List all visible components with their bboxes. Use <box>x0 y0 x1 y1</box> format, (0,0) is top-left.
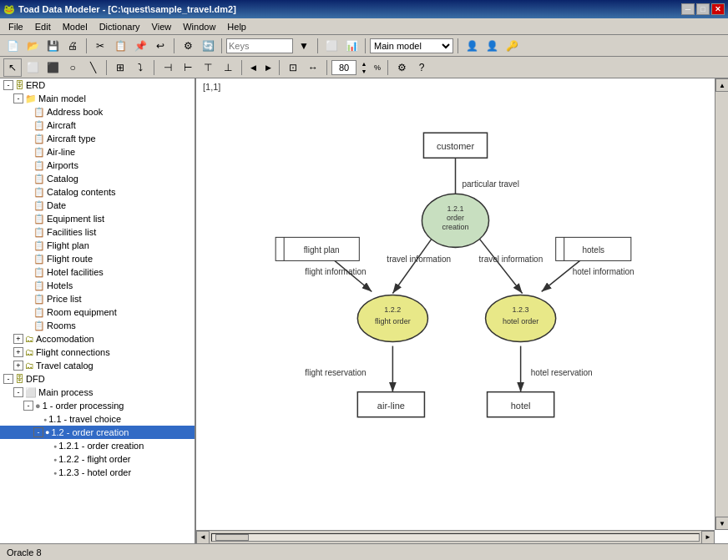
zoom-down[interactable]: ▼ <box>358 68 370 75</box>
tree-hotels[interactable]: 📋 Hotels <box>0 279 195 292</box>
help-btn[interactable]: ? <box>412 58 431 77</box>
table-icon[interactable]: ⊞ <box>111 58 129 77</box>
tree-date[interactable]: 📋 Date <box>0 199 195 212</box>
scroll-up-btn[interactable]: ▲ <box>715 78 728 92</box>
user-btn3[interactable]: 🔑 <box>503 37 521 55</box>
fit-page[interactable]: ⊡ <box>284 58 302 77</box>
tree-aircraft[interactable]: 📋 Aircraft <box>0 119 195 132</box>
align-left[interactable]: ⊣ <box>159 58 177 77</box>
tree-catalog[interactable]: 📋 Catalog <box>0 172 195 185</box>
tree-travel-choice[interactable]: ● 1.1 - travel choice <box>0 412 195 426</box>
scroll-down-btn[interactable]: ▼ <box>715 517 728 530</box>
tree-catalog-contents[interactable]: 📋 Catalog contents <box>0 185 195 199</box>
erd-expand[interactable]: - <box>3 80 13 90</box>
user-btn1[interactable]: 👤 <box>463 37 481 55</box>
ho-line1: 1.2.3 <box>513 306 529 315</box>
tree-dfd[interactable]: - 🗄 DFD <box>0 372 195 386</box>
align-top[interactable]: ⊤ <box>199 58 217 77</box>
tree-accomodation[interactable]: + 🗂 Accomodation <box>0 332 195 346</box>
settings-btn[interactable]: ⚙ <box>392 58 411 77</box>
tree-hotel-order[interactable]: ● 1.2.3 - hotel order <box>0 466 195 479</box>
canvas-area[interactable]: [1,1] particular travel travel informati… <box>196 78 728 543</box>
scroll-v-track <box>715 92 728 517</box>
oc-line2: order <box>447 214 464 222</box>
tree-hotel-facilities[interactable]: 📋 Hotel facilities <box>0 265 195 279</box>
cut-button[interactable]: ✂ <box>91 37 109 55</box>
tree-airports[interactable]: 📋 Airports <box>0 159 195 172</box>
save-button[interactable]: 💾 <box>43 37 62 55</box>
scroll-right-btn[interactable]: ► <box>701 531 715 544</box>
tree-flight-plan[interactable]: 📋 Flight plan <box>0 239 195 252</box>
keys-input[interactable] <box>226 38 293 53</box>
copy-button[interactable]: 📋 <box>111 37 129 55</box>
tree-order-creation-sub[interactable]: ● 1.2.1 - order creation <box>0 439 195 452</box>
tree-main-process[interactable]: - ⬜ Main process <box>0 386 195 399</box>
order-proc-expand[interactable]: - <box>23 401 33 411</box>
print-button[interactable]: 🖨 <box>63 37 82 55</box>
model-select[interactable]: Main model <box>370 38 453 53</box>
dfd-expand[interactable]: - <box>3 374 13 384</box>
order-creation-expand[interactable]: - <box>33 427 43 437</box>
menu-edit[interactable]: Edit <box>30 20 56 33</box>
maximize-button[interactable]: □ <box>696 3 710 15</box>
close-button[interactable]: ✕ <box>711 3 725 15</box>
accomodation-expand[interactable]: + <box>13 334 23 344</box>
tree-facilities-list[interactable]: 📋 Facilities list <box>0 225 195 239</box>
tree-main-model[interactable]: - 📁 Main model <box>0 92 195 105</box>
paste-button[interactable]: 📌 <box>131 37 149 55</box>
main-area: - 🗄 ERD - 📁 Main model 📋 Address book 📋 … <box>0 78 728 543</box>
zoom-out[interactable]: ◀ <box>246 58 260 77</box>
tree-flight-route[interactable]: 📋 Flight route <box>0 252 195 265</box>
menu-dictionary[interactable]: Dictionary <box>94 20 145 33</box>
main-process-expand[interactable]: - <box>13 387 23 397</box>
tree-order-creation[interactable]: - ● 1.2 - order creation <box>0 426 195 439</box>
minimize-button[interactable]: ─ <box>681 3 695 15</box>
tree-price-list[interactable]: 📋 Price list <box>0 292 195 305</box>
tree-airline[interactable]: 📋 Air-line <box>0 145 195 159</box>
tree-order-processing[interactable]: - ● 1 - order processing <box>0 399 195 412</box>
new-button[interactable]: 📄 <box>3 37 22 55</box>
main-model-expand[interactable]: - <box>13 93 23 103</box>
menu-window[interactable]: Window <box>178 20 220 33</box>
zoom-input[interactable] <box>331 60 356 75</box>
tree-travel-catalog[interactable]: + 🗂 Travel catalog <box>0 359 195 372</box>
tree-erd[interactable]: - 🗄 ERD <box>0 78 195 92</box>
tree-address-book[interactable]: 📋 Address book <box>0 105 195 119</box>
fit-width[interactable]: ↔ <box>304 58 322 77</box>
scroll-left-btn[interactable]: ◄ <box>196 531 210 544</box>
align-bottom[interactable]: ⊥ <box>219 58 237 77</box>
menu-model[interactable]: Model <box>58 20 93 33</box>
draw-ellipse[interactable]: ○ <box>63 58 82 77</box>
diagram-new[interactable]: ⬜ <box>322 37 341 55</box>
menu-file[interactable]: File <box>3 20 28 33</box>
import-icon[interactable]: ⤵ <box>131 58 149 77</box>
tree-flight-connections[interactable]: + 🗂 Flight connections <box>0 346 195 359</box>
draw-line[interactable]: ╲ <box>83 58 102 77</box>
menu-help[interactable]: Help <box>222 20 251 33</box>
menu-view[interactable]: View <box>147 20 177 33</box>
keys-dropdown[interactable]: ▼ <box>295 37 313 55</box>
user-btn2[interactable]: 👤 <box>483 37 501 55</box>
zoom-up[interactable]: ▲ <box>358 60 370 68</box>
flight-conn-expand[interactable]: + <box>13 347 23 357</box>
draw-table[interactable]: ⬜ <box>23 58 42 77</box>
tree-flight-order[interactable]: ● 1.2.2 - flight order <box>0 452 195 466</box>
tree-equipment-list[interactable]: 📋 Equipment list <box>0 212 195 225</box>
horizontal-scrollbar[interactable]: ◄ ► <box>196 530 715 543</box>
tree-rooms[interactable]: 📋 Rooms <box>0 319 195 332</box>
accomodation-icon: 🗂 <box>25 334 34 344</box>
order-processing-label: 1 - order processing <box>43 401 124 411</box>
undo-button[interactable]: ↩ <box>151 37 169 55</box>
align-right[interactable]: ⊢ <box>179 58 197 77</box>
zoom-in[interactable]: ▶ <box>261 58 275 77</box>
diagram-open[interactable]: 📊 <box>342 37 361 55</box>
generate-button[interactable]: ⚙ <box>179 37 197 55</box>
tree-room-equipment[interactable]: 📋 Room equipment <box>0 305 195 319</box>
draw-view[interactable]: ⬛ <box>43 58 62 77</box>
travel-cat-expand[interactable]: + <box>13 361 23 371</box>
tree-aircraft-type[interactable]: 📋 Aircraft type <box>0 132 195 145</box>
open-button[interactable]: 📂 <box>23 37 42 55</box>
vertical-scrollbar[interactable]: ▲ ▼ <box>715 78 728 530</box>
select-tool[interactable]: ↖ <box>3 58 22 77</box>
sync-button[interactable]: 🔄 <box>199 37 217 55</box>
